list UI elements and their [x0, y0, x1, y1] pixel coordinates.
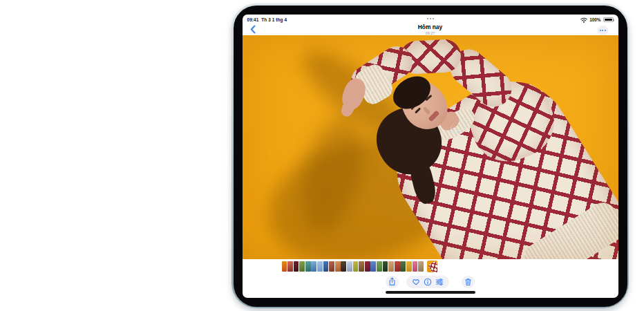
filmstrip-thumbnail[interactable]	[341, 261, 346, 272]
filmstrip-thumbnail[interactable]	[311, 261, 316, 272]
battery-full-icon	[603, 17, 614, 22]
filmstrip-thumbnails	[282, 261, 424, 272]
trash-icon	[464, 278, 472, 286]
filmstrip-thumbnail[interactable]	[365, 261, 370, 272]
adjust-button[interactable]	[435, 278, 444, 286]
share-button[interactable]	[386, 276, 399, 288]
status-time: 09:41	[247, 17, 259, 22]
status-time-date: 09:41 Th 3 1 thg 4	[247, 15, 287, 22]
filmstrip-thumbnail[interactable]	[294, 261, 299, 272]
filmstrip-thumbnail[interactable]	[359, 261, 364, 272]
home-indicator[interactable]	[386, 291, 475, 294]
multitask-dots-icon[interactable]	[427, 18, 434, 19]
page: 09:41 Th 3 1 thg 4 100%	[0, 0, 644, 311]
filmstrip-thumbnail[interactable]	[335, 261, 341, 272]
action-pill	[406, 276, 449, 288]
filmstrip-selected-thumbnail[interactable]	[427, 261, 437, 272]
heart-icon	[412, 278, 420, 285]
nav-bar: Hôm nay 09:27	[243, 23, 618, 35]
ipad-device-frame: 09:41 Th 3 1 thg 4 100%	[231, 3, 629, 308]
photo-viewer[interactable]	[243, 35, 618, 259]
filmstrip-thumbnail[interactable]	[413, 261, 418, 272]
filmstrip-thumbnail[interactable]	[305, 261, 311, 272]
filmstrip-thumbnail[interactable]	[377, 261, 382, 272]
battery-percent: 100%	[589, 17, 600, 22]
filmstrip-thumbnail[interactable]	[400, 261, 406, 272]
filmstrip-thumbnail[interactable]	[282, 261, 287, 272]
filmstrip-thumbnail[interactable]	[353, 261, 359, 272]
ipad-bezel: 09:41 Th 3 1 thg 4 100%	[234, 6, 627, 307]
filmstrip-thumbnail[interactable]	[329, 261, 334, 272]
filmstrip-thumbnail[interactable]	[347, 261, 352, 272]
filmstrip-thumbnail[interactable]	[317, 261, 323, 272]
more-options-button[interactable]	[598, 26, 608, 36]
filmstrip-thumbnail[interactable]	[388, 261, 394, 272]
status-right: 100%	[580, 15, 613, 23]
nav-title-group: Hôm nay 09:27	[243, 23, 618, 35]
filmstrip-thumbnail[interactable]	[395, 261, 400, 272]
filmstrip-thumbnail[interactable]	[370, 261, 376, 272]
wifi-icon	[580, 17, 587, 23]
page-title: Hôm nay	[243, 23, 618, 30]
sliders-icon	[435, 278, 444, 286]
info-button[interactable]	[424, 278, 432, 286]
filmstrip-thumbnail[interactable]	[323, 261, 329, 272]
selected-thumbnail-pattern	[428, 261, 437, 272]
status-bar: 09:41 Th 3 1 thg 4 100%	[243, 15, 618, 23]
status-date: Th 3 1 thg 4	[261, 17, 287, 22]
filmstrip-thumbnail[interactable]	[383, 261, 388, 272]
photo-vignette	[243, 35, 618, 259]
share-icon	[388, 277, 396, 286]
page-subtitle: 09:27	[243, 31, 618, 35]
filmstrip-thumbnail[interactable]	[406, 261, 412, 272]
ellipsis-circle-icon	[600, 30, 601, 31]
info-icon	[424, 278, 432, 286]
filmstrip-thumbnail[interactable]	[287, 261, 293, 272]
delete-button[interactable]	[462, 276, 475, 288]
bottom-toolbar	[243, 275, 618, 288]
favorite-button[interactable]	[412, 278, 420, 285]
ipad-screen: 09:41 Th 3 1 thg 4 100%	[243, 15, 618, 298]
filmstrip-thumbnail[interactable]	[299, 261, 305, 272]
filmstrip-thumbnail[interactable]	[418, 261, 424, 272]
